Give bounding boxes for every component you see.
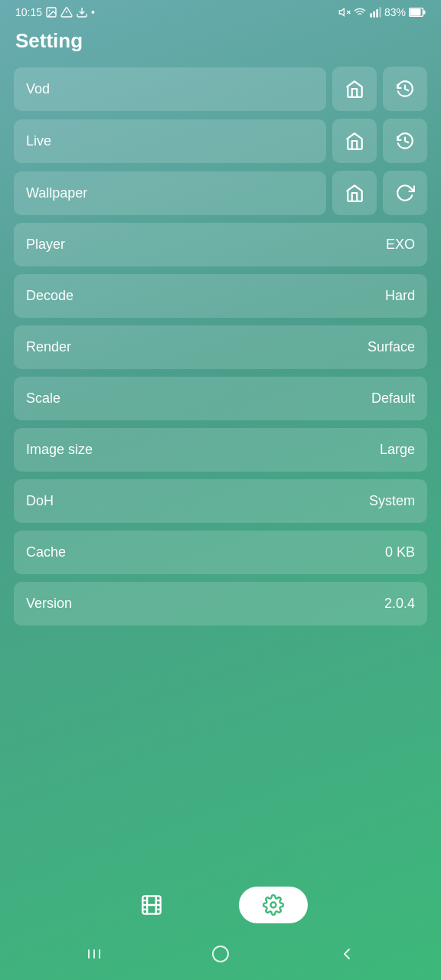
status-time: 10:15 <box>15 6 42 18</box>
svg-rect-12 <box>379 7 381 17</box>
doh-label: DoH <box>26 493 54 509</box>
home-icon-wallpaper <box>345 183 364 203</box>
svg-rect-27 <box>99 949 100 959</box>
home-icon <box>345 79 364 99</box>
history-icon-live <box>395 131 415 151</box>
decode-label: Decode <box>26 288 74 304</box>
svg-rect-14 <box>410 9 421 16</box>
image-size-value: Large <box>380 442 415 458</box>
svg-marker-5 <box>339 8 344 15</box>
vod-row: Vod <box>14 67 427 111</box>
bottom-tabs <box>0 876 441 931</box>
scale-label: Scale <box>26 390 60 407</box>
dot-indicator: • <box>91 6 95 18</box>
vod-home-button[interactable] <box>332 67 377 111</box>
status-left: 10:15 • <box>15 6 95 18</box>
svg-rect-10 <box>373 11 375 18</box>
doh-row[interactable]: DoH System <box>14 479 427 523</box>
player-label: Player <box>26 237 65 253</box>
svg-point-1 <box>49 10 51 11</box>
signal-icon <box>369 6 381 18</box>
version-value: 2.0.4 <box>384 596 415 612</box>
render-row[interactable]: Render Surface <box>14 325 427 369</box>
live-item[interactable]: Live <box>14 119 326 163</box>
image-size-row[interactable]: Image size Large <box>14 428 427 472</box>
download-icon <box>76 6 88 18</box>
version-label: Version <box>26 596 72 612</box>
wallpaper-refresh-button[interactable] <box>383 171 427 215</box>
warning-icon <box>60 6 73 18</box>
status-right: 83% <box>338 6 426 18</box>
refresh-icon <box>395 183 415 203</box>
player-row[interactable]: Player EXO <box>14 223 427 266</box>
cache-row[interactable]: Cache 0 KB <box>14 531 427 574</box>
svg-point-28 <box>213 946 228 962</box>
photo-icon <box>45 6 57 18</box>
wifi-icon <box>354 6 366 18</box>
svg-rect-9 <box>370 13 372 17</box>
version-row[interactable]: Version 2.0.4 <box>14 582 427 626</box>
scale-value: Default <box>371 390 415 407</box>
svg-rect-25 <box>88 949 90 959</box>
home-circle-icon <box>211 945 230 963</box>
settings-icon <box>263 894 284 916</box>
battery-level: 83% <box>384 6 406 18</box>
page-title: Setting <box>0 21 441 67</box>
vod-item[interactable]: Vod <box>14 67 326 111</box>
home-icon-live <box>345 131 364 151</box>
decode-value: Hard <box>385 288 415 304</box>
recent-apps-button[interactable] <box>80 940 108 968</box>
recent-apps-icon <box>85 945 103 963</box>
settings-list: Vod Live <box>0 67 441 626</box>
svg-rect-26 <box>93 949 95 959</box>
status-bar: 10:15 • 83% <box>0 0 441 21</box>
live-history-button[interactable] <box>383 119 427 163</box>
cache-value: 0 KB <box>385 544 415 560</box>
history-icon <box>395 79 415 99</box>
film-icon <box>141 894 162 916</box>
decode-row[interactable]: Decode Hard <box>14 274 427 318</box>
cache-label: Cache <box>26 544 66 560</box>
render-value: Surface <box>368 339 415 355</box>
wallpaper-item[interactable]: Wallpaper <box>14 172 326 215</box>
bottom-nav-container <box>0 876 441 980</box>
home-button[interactable] <box>207 940 234 968</box>
render-label: Render <box>26 339 71 355</box>
tab-settings[interactable] <box>239 887 308 923</box>
battery-icon <box>409 8 426 17</box>
svg-point-24 <box>271 903 276 908</box>
back-icon <box>338 945 356 963</box>
vod-history-button[interactable] <box>383 67 427 111</box>
tab-film[interactable] <box>133 887 170 923</box>
player-value: EXO <box>386 237 415 253</box>
svg-rect-11 <box>376 9 378 18</box>
back-button[interactable] <box>333 940 361 968</box>
image-size-label: Image size <box>26 442 93 458</box>
scale-row[interactable]: Scale Default <box>14 377 427 420</box>
live-row: Live <box>14 119 427 163</box>
doh-value: System <box>369 493 415 509</box>
wallpaper-row: Wallpaper <box>14 171 427 215</box>
svg-rect-15 <box>423 11 426 15</box>
live-home-button[interactable] <box>332 119 377 163</box>
system-nav <box>0 931 441 980</box>
wallpaper-home-button[interactable] <box>332 171 377 215</box>
mute-icon <box>338 6 351 18</box>
